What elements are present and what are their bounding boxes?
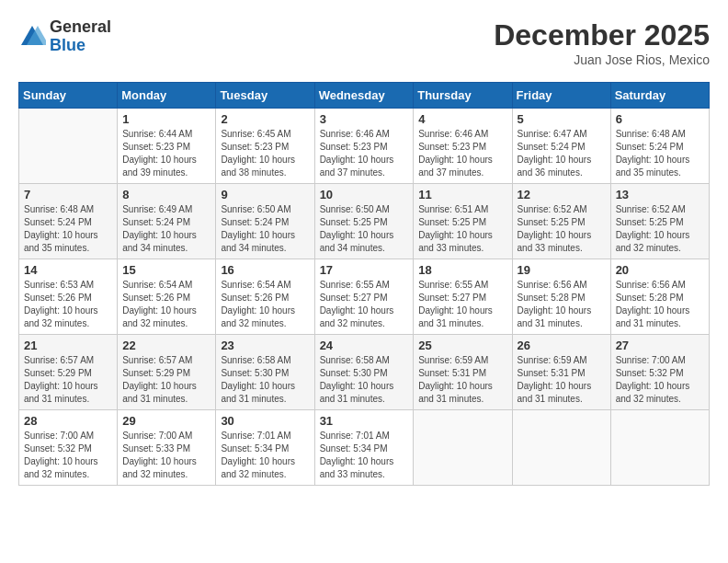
day-info: Sunrise: 6:59 AM Sunset: 5:31 PM Dayligh…	[518, 354, 606, 406]
calendar-header-row: Sunday Monday Tuesday Wednesday Thursday…	[19, 83, 710, 109]
logo-blue-text: Blue	[50, 37, 111, 55]
day-info: Sunrise: 6:49 AM Sunset: 5:24 PM Dayligh…	[122, 203, 210, 255]
table-row: 15Sunrise: 6:54 AM Sunset: 5:26 PM Dayli…	[118, 259, 216, 335]
day-info: Sunrise: 7:00 AM Sunset: 5:33 PM Dayligh…	[122, 430, 210, 481]
table-row: 24Sunrise: 6:58 AM Sunset: 5:30 PM Dayli…	[314, 335, 414, 410]
day-info: Sunrise: 6:57 AM Sunset: 5:29 PM Dayligh…	[122, 354, 210, 406]
day-number: 14	[24, 263, 112, 277]
day-number: 16	[221, 263, 309, 277]
table-row: 7Sunrise: 6:48 AM Sunset: 5:24 PM Daylig…	[19, 184, 118, 259]
day-number: 7	[24, 188, 112, 201]
table-row: 26Sunrise: 6:59 AM Sunset: 5:31 PM Dayli…	[512, 335, 610, 410]
day-number: 18	[418, 263, 506, 277]
col-thursday: Thursday	[414, 83, 512, 109]
table-row: 14Sunrise: 6:53 AM Sunset: 5:26 PM Dayli…	[19, 259, 118, 335]
table-row: 18Sunrise: 6:55 AM Sunset: 5:27 PM Dayli…	[414, 259, 512, 335]
day-number: 5	[518, 112, 606, 126]
day-info: Sunrise: 6:55 AM Sunset: 5:27 PM Dayligh…	[418, 279, 506, 330]
table-row: 8Sunrise: 6:49 AM Sunset: 5:24 PM Daylig…	[118, 184, 216, 259]
day-number: 31	[320, 414, 409, 428]
col-friday: Friday	[512, 83, 610, 109]
col-monday: Monday	[118, 83, 216, 109]
day-number: 22	[122, 339, 210, 352]
table-row: 4Sunrise: 6:46 AM Sunset: 5:23 PM Daylig…	[414, 109, 512, 184]
calendar-week-row: 1Sunrise: 6:44 AM Sunset: 5:23 PM Daylig…	[19, 109, 710, 184]
table-row: 10Sunrise: 6:50 AM Sunset: 5:25 PM Dayli…	[314, 184, 414, 259]
table-row: 29Sunrise: 7:00 AM Sunset: 5:33 PM Dayli…	[118, 410, 216, 486]
month-title: December 2025	[494, 18, 710, 52]
col-tuesday: Tuesday	[216, 83, 314, 109]
location: Juan Jose Rios, Mexico	[494, 52, 710, 67]
day-number: 8	[122, 188, 210, 201]
table-row: 23Sunrise: 6:58 AM Sunset: 5:30 PM Dayli…	[216, 335, 314, 410]
day-info: Sunrise: 7:00 AM Sunset: 5:32 PM Dayligh…	[616, 354, 704, 406]
logo-icon	[18, 23, 46, 51]
table-row: 1Sunrise: 6:44 AM Sunset: 5:23 PM Daylig…	[118, 109, 216, 184]
calendar-week-row: 21Sunrise: 6:57 AM Sunset: 5:29 PM Dayli…	[19, 335, 710, 410]
table-row: 9Sunrise: 6:50 AM Sunset: 5:24 PM Daylig…	[216, 184, 314, 259]
day-info: Sunrise: 7:01 AM Sunset: 5:34 PM Dayligh…	[320, 430, 409, 481]
day-number: 27	[616, 339, 704, 352]
day-number: 12	[518, 188, 606, 201]
day-number: 24	[320, 339, 409, 352]
table-row	[19, 109, 118, 184]
calendar-table: Sunday Monday Tuesday Wednesday Thursday…	[18, 82, 710, 486]
table-row: 31Sunrise: 7:01 AM Sunset: 5:34 PM Dayli…	[314, 410, 414, 486]
day-info: Sunrise: 6:46 AM Sunset: 5:23 PM Dayligh…	[418, 128, 506, 179]
day-number: 13	[616, 188, 704, 201]
day-info: Sunrise: 6:50 AM Sunset: 5:25 PM Dayligh…	[320, 203, 409, 255]
day-info: Sunrise: 6:52 AM Sunset: 5:25 PM Dayligh…	[518, 203, 606, 255]
day-info: Sunrise: 6:57 AM Sunset: 5:29 PM Dayligh…	[24, 354, 112, 406]
day-info: Sunrise: 7:01 AM Sunset: 5:34 PM Dayligh…	[221, 430, 309, 481]
table-row: 25Sunrise: 6:59 AM Sunset: 5:31 PM Dayli…	[414, 335, 512, 410]
table-row: 12Sunrise: 6:52 AM Sunset: 5:25 PM Dayli…	[512, 184, 610, 259]
table-row: 16Sunrise: 6:54 AM Sunset: 5:26 PM Dayli…	[216, 259, 314, 335]
day-number: 10	[320, 188, 409, 201]
day-number: 28	[24, 414, 112, 428]
day-number: 1	[122, 112, 210, 126]
day-number: 6	[616, 112, 704, 126]
day-info: Sunrise: 6:56 AM Sunset: 5:28 PM Dayligh…	[518, 279, 606, 330]
day-info: Sunrise: 6:53 AM Sunset: 5:26 PM Dayligh…	[24, 279, 112, 330]
table-row: 5Sunrise: 6:47 AM Sunset: 5:24 PM Daylig…	[512, 109, 610, 184]
day-number: 3	[320, 112, 409, 126]
table-row	[414, 410, 512, 486]
calendar-week-row: 7Sunrise: 6:48 AM Sunset: 5:24 PM Daylig…	[19, 184, 710, 259]
day-number: 29	[122, 414, 210, 428]
day-number: 9	[221, 188, 309, 201]
day-number: 2	[221, 112, 309, 126]
day-number: 17	[320, 263, 409, 277]
title-block: December 2025 Juan Jose Rios, Mexico	[494, 18, 710, 67]
day-info: Sunrise: 6:55 AM Sunset: 5:27 PM Dayligh…	[320, 279, 409, 330]
day-info: Sunrise: 6:59 AM Sunset: 5:31 PM Dayligh…	[418, 354, 506, 406]
table-row: 19Sunrise: 6:56 AM Sunset: 5:28 PM Dayli…	[512, 259, 610, 335]
day-number: 26	[518, 339, 606, 352]
table-row: 3Sunrise: 6:46 AM Sunset: 5:23 PM Daylig…	[314, 109, 414, 184]
table-row: 17Sunrise: 6:55 AM Sunset: 5:27 PM Dayli…	[314, 259, 414, 335]
day-info: Sunrise: 6:44 AM Sunset: 5:23 PM Dayligh…	[122, 128, 210, 179]
day-info: Sunrise: 6:47 AM Sunset: 5:24 PM Dayligh…	[518, 128, 606, 179]
day-info: Sunrise: 6:45 AM Sunset: 5:23 PM Dayligh…	[221, 128, 309, 179]
logo: General Blue	[18, 18, 111, 55]
day-info: Sunrise: 7:00 AM Sunset: 5:32 PM Dayligh…	[24, 430, 112, 481]
table-row: 21Sunrise: 6:57 AM Sunset: 5:29 PM Dayli…	[19, 335, 118, 410]
day-number: 25	[418, 339, 506, 352]
table-row	[512, 410, 610, 486]
col-wednesday: Wednesday	[314, 83, 414, 109]
day-info: Sunrise: 6:48 AM Sunset: 5:24 PM Dayligh…	[24, 203, 112, 255]
day-number: 15	[122, 263, 210, 277]
calendar-week-row: 28Sunrise: 7:00 AM Sunset: 5:32 PM Dayli…	[19, 410, 710, 486]
table-row: 22Sunrise: 6:57 AM Sunset: 5:29 PM Dayli…	[118, 335, 216, 410]
day-info: Sunrise: 6:58 AM Sunset: 5:30 PM Dayligh…	[221, 354, 309, 406]
col-sunday: Sunday	[19, 83, 118, 109]
day-info: Sunrise: 6:58 AM Sunset: 5:30 PM Dayligh…	[320, 354, 409, 406]
day-info: Sunrise: 6:54 AM Sunset: 5:26 PM Dayligh…	[122, 279, 210, 330]
table-row	[610, 410, 709, 486]
day-number: 21	[24, 339, 112, 352]
calendar-week-row: 14Sunrise: 6:53 AM Sunset: 5:26 PM Dayli…	[19, 259, 710, 335]
day-info: Sunrise: 6:56 AM Sunset: 5:28 PM Dayligh…	[616, 279, 704, 330]
day-info: Sunrise: 6:50 AM Sunset: 5:24 PM Dayligh…	[221, 203, 309, 255]
table-row: 2Sunrise: 6:45 AM Sunset: 5:23 PM Daylig…	[216, 109, 314, 184]
table-row: 13Sunrise: 6:52 AM Sunset: 5:25 PM Dayli…	[610, 184, 709, 259]
day-info: Sunrise: 6:46 AM Sunset: 5:23 PM Dayligh…	[320, 128, 409, 179]
